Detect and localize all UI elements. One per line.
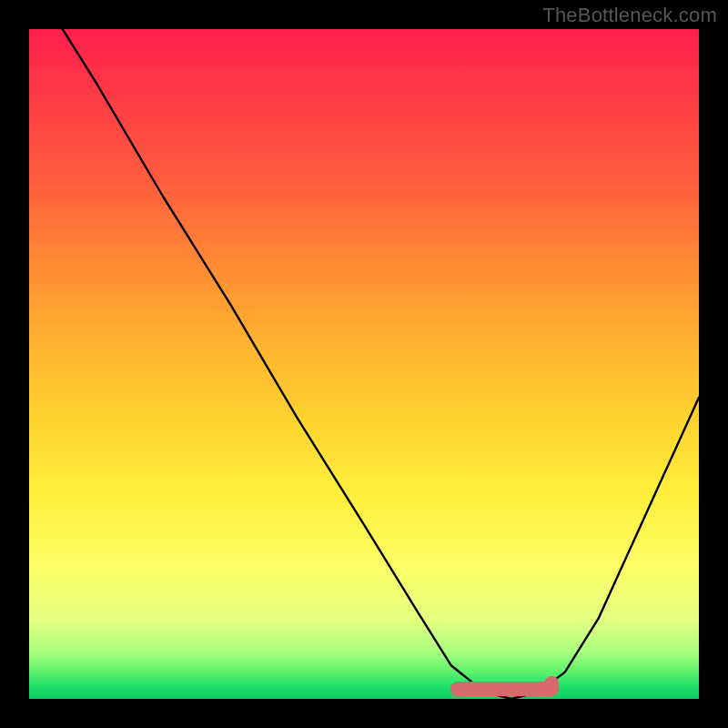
chart-frame: TheBottleneck.com bbox=[0, 0, 728, 728]
watermark-text: TheBottleneck.com bbox=[542, 4, 717, 27]
optimal-zone-end-dot bbox=[544, 676, 559, 691]
chart-overlay bbox=[29, 29, 699, 699]
bottleneck-curve bbox=[63, 29, 699, 699]
plot-area bbox=[29, 29, 699, 699]
